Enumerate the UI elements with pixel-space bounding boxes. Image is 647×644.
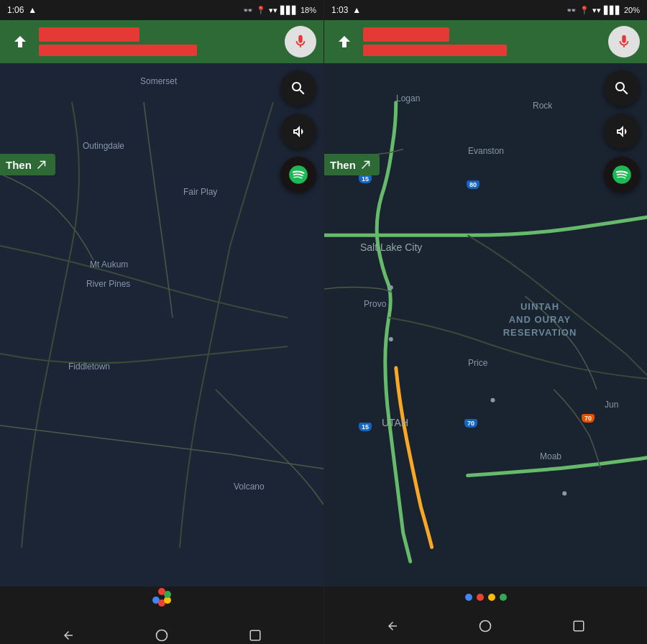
google-dots-area[interactable]: [465, 594, 507, 601]
shield-70-left-label: 70: [464, 419, 477, 428]
wifi-icon-left: ▾▾: [269, 6, 277, 15]
glasses-icon-right: 👓: [566, 6, 577, 15]
nav-info-right: [363, 27, 602, 56]
dot-red: [477, 594, 484, 601]
dot-green: [500, 594, 507, 601]
battery-right: 20%: [624, 6, 640, 14]
map-right[interactable]: Then: [324, 63, 647, 586]
dot-blue: [465, 594, 472, 601]
then-label-right: Then: [330, 159, 356, 171]
status-time-right: 1:03 ▲: [331, 5, 361, 15]
google-assistant-area[interactable]: [149, 584, 175, 610]
map-left[interactable]: Then: [0, 63, 324, 586]
nav-info-left: [39, 27, 279, 56]
recents-button-right[interactable]: [568, 615, 589, 637]
status-bar-right: 1:03 ▲ 👓 📍 ▾▾ ▋▋▋ 20%: [324, 0, 647, 20]
status-icons-right: 👓 📍 ▾▾ ▋▋▋ 20%: [566, 6, 640, 15]
dot-yellow: [488, 594, 495, 601]
signal-icon-right: ▋▋▋: [604, 6, 621, 15]
fab-container-left: [280, 70, 316, 193]
location-icon-left: 📍: [256, 6, 266, 15]
location-icon-right: 📍: [579, 6, 589, 15]
svg-rect-15: [574, 621, 584, 631]
status-time-left: 1:06 ▲: [7, 5, 37, 15]
shield-15-bottom-label: 15: [359, 423, 372, 431]
up-arrow-right: [331, 29, 357, 55]
nav-buttons-right: [324, 615, 647, 637]
nav-buttons-left: [0, 625, 324, 644]
shield-15-bottom: 15: [359, 423, 372, 431]
search-fab-left[interactable]: [280, 70, 316, 106]
fab-container-right: [604, 70, 640, 193]
back-button-left[interactable]: [58, 625, 79, 644]
glasses-icon-left: 👓: [243, 6, 253, 15]
shield-80: 80: [467, 180, 479, 189]
bottom-bar-right: [324, 586, 647, 644]
up-arrow-left: [7, 29, 33, 55]
map-roads-left: [0, 63, 324, 586]
home-button-left[interactable]: [151, 625, 173, 644]
signal-icon-left: ▋▋▋: [280, 6, 298, 15]
svg-point-7: [157, 630, 168, 641]
left-panel: 1:06 ▲ 👓 📍 ▾▾ ▋▋▋ 18%: [0, 0, 324, 644]
bottom-bar-left: [0, 586, 324, 644]
battery-left: 18%: [300, 6, 316, 14]
svg-point-14: [480, 621, 491, 632]
then-turn-left: Then: [0, 154, 55, 175]
then-label-left: Then: [6, 159, 32, 171]
status-icons-left: 👓 📍 ▾▾ ▋▋▋ 18%: [243, 6, 316, 15]
svg-rect-8: [250, 630, 260, 640]
audio-fab-left[interactable]: [280, 114, 316, 150]
nav-arrow-icon-left: ▲: [28, 5, 37, 15]
right-panel: 1:03 ▲ 👓 📍 ▾▾ ▋▋▋ 20%: [324, 0, 647, 644]
mic-button-left[interactable]: [285, 26, 316, 58]
shield-15-top: 15: [359, 175, 372, 183]
nav-redacted-top-left: [39, 27, 139, 42]
status-bar-left: 1:06 ▲ 👓 📍 ▾▾ ▋▋▋ 18%: [0, 0, 324, 20]
back-button-right[interactable]: [382, 615, 403, 637]
time-left: 1:06: [7, 5, 24, 15]
then-turn-right: Then: [324, 154, 380, 175]
nav-arrow-icon-right: ▲: [352, 5, 361, 15]
mic-button-right[interactable]: [608, 26, 640, 58]
wifi-icon-right: ▾▾: [592, 6, 601, 15]
shield-15-top-label: 15: [359, 175, 372, 183]
nav-header-right: [324, 20, 647, 63]
shield-80-label: 80: [467, 180, 479, 189]
search-fab-right[interactable]: [604, 70, 640, 106]
google-assistant-icon: [149, 584, 175, 610]
nav-redacted-bottom-left: [39, 45, 197, 56]
audio-fab-right[interactable]: [604, 114, 640, 150]
svg-point-6: [158, 588, 165, 595]
shield-70-left: 70: [464, 419, 477, 428]
home-button-right[interactable]: [474, 615, 496, 637]
time-right: 1:03: [331, 5, 348, 15]
nav-redacted-bottom-right: [363, 45, 507, 56]
shield-70-right: 70: [582, 414, 595, 423]
recents-button-left[interactable]: [244, 625, 266, 644]
nav-redacted-top-right: [363, 27, 449, 42]
map-roads-right: [324, 63, 647, 586]
spotify-fab-right[interactable]: [604, 157, 640, 193]
shield-70-right-label: 70: [582, 414, 595, 423]
nav-header-left: [0, 20, 324, 63]
spotify-fab-left[interactable]: [280, 157, 316, 193]
